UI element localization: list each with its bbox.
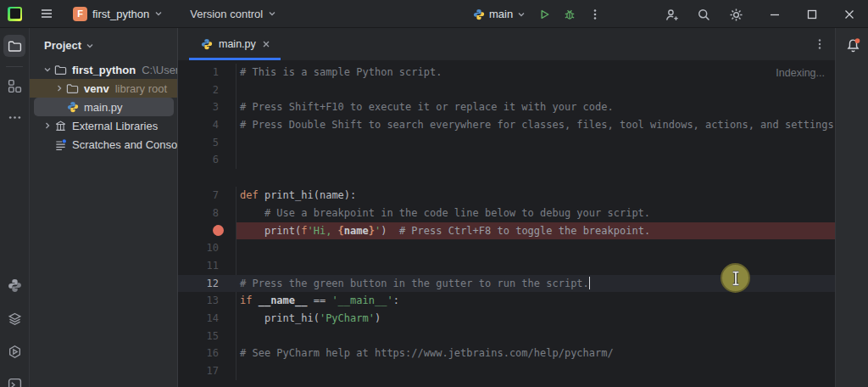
maximize-button[interactable] — [805, 8, 819, 21]
code-line-10[interactable]: 10 — [178, 239, 835, 257]
code-editor[interactable]: 1# This is a sample Python script.23# Pr… — [178, 60, 835, 387]
line-number[interactable]: 15 — [178, 328, 236, 345]
close-button[interactable] — [843, 8, 856, 21]
pycharm-app-icon — [8, 7, 22, 21]
minimize-button[interactable] — [768, 8, 782, 21]
line-number[interactable]: 2 — [178, 81, 236, 99]
token-comment: # Use a breakpoint in the code line belo… — [240, 207, 650, 219]
more-actions-icon[interactable] — [588, 8, 602, 21]
run-button[interactable] — [537, 8, 551, 21]
project-panel-header[interactable]: Project — [30, 28, 177, 60]
token-comment: # Press Shift+F10 to execute it or repla… — [240, 101, 614, 113]
code-line-6[interactable]: 6 — [178, 151, 835, 169]
chevron-down-icon — [268, 9, 276, 18]
code-text: print(f'Hi, {name}') # Press Ctrl+F8 to … — [236, 222, 835, 240]
code-line-16[interactable]: 16# See PyCharm help at https://www.jetb… — [178, 345, 835, 362]
play-hexagon-icon — [8, 345, 22, 359]
tree-row-external-libraries[interactable]: External Libraries — [30, 116, 177, 135]
run-config-selector[interactable]: main — [473, 8, 526, 20]
window-controls — [768, 8, 856, 21]
code-text: print_hi('PyCharm') — [236, 310, 835, 328]
code-line-15[interactable]: 15 — [178, 328, 835, 345]
search-icon[interactable] — [697, 8, 710, 21]
code-line-4[interactable]: 4# Press Double Shift to search everywhe… — [178, 116, 835, 134]
token-brace: { — [338, 225, 344, 237]
run-tool-button[interactable] — [3, 340, 25, 362]
project-selector[interactable]: F first_python — [70, 4, 166, 24]
tab-bar-more-icon[interactable] — [813, 28, 826, 60]
tree-row-scratches-and-consoles[interactable]: Scratches and Consoles — [30, 135, 177, 154]
code-line-13[interactable]: 13if __name__ == '__main__': — [178, 292, 835, 310]
code-line-14[interactable]: 14 print_hi('PyCharm') — [178, 310, 835, 328]
main-menu-icon[interactable] — [40, 7, 53, 20]
folder-icon — [8, 39, 22, 53]
token-plain — [252, 294, 258, 306]
code-text: # Press Shift+F10 to execute it or repla… — [236, 98, 835, 116]
more-icon — [8, 110, 22, 125]
more-tool-windows-button[interactable] — [3, 106, 25, 128]
breakpoint-dot[interactable] — [213, 225, 224, 236]
line-number[interactable]: 3 — [178, 98, 236, 116]
tree-item-label: Scratches and Consoles — [72, 138, 178, 151]
terminal-tool-button[interactable] — [3, 373, 25, 387]
code-line-12[interactable]: 12# Press the green button in the gutter… — [178, 275, 835, 293]
structure-tool-button[interactable] — [3, 75, 25, 97]
chevron-right-icon[interactable] — [41, 120, 53, 132]
line-number[interactable]: 6 — [178, 151, 236, 169]
services-tool-button[interactable] — [3, 307, 25, 329]
line-number[interactable]: 10 — [178, 239, 236, 257]
code-line-1[interactable]: 1# This is a sample Python script. — [178, 64, 835, 81]
project-tree: first_pythonC:\Users\venvlibrary rootmai… — [30, 60, 177, 154]
add-user-icon[interactable] — [665, 8, 678, 21]
line-number[interactable]: 12 — [178, 275, 236, 293]
python-packages-tool-button[interactable] — [3, 274, 25, 296]
vcs-selector[interactable]: Version control — [186, 5, 280, 23]
token-plain: == — [307, 294, 331, 306]
code-line-17[interactable]: 17 — [178, 362, 835, 380]
debug-button[interactable] — [563, 8, 576, 21]
code-text: # Use a breakpoint in the code line belo… — [236, 205, 835, 222]
tree-item-label: venv — [84, 82, 109, 95]
code-line-7[interactable]: 7def print_hi(name): — [178, 187, 835, 205]
line-number[interactable]: 13 — [178, 292, 236, 310]
code-line-3[interactable]: 3# Press Shift+F10 to execute it or repl… — [178, 98, 835, 116]
tree-row-first-python[interactable]: first_pythonC:\Users\ — [30, 60, 177, 79]
chevron-right-icon[interactable] — [53, 82, 65, 95]
layers-icon — [8, 311, 22, 326]
notifications-bell-icon[interactable] — [845, 37, 859, 51]
project-panel: Project first_pythonC:\Users\venvlibrary… — [30, 28, 178, 387]
line-number[interactable]: 14 — [178, 310, 236, 328]
line-number[interactable]: 8 — [178, 205, 236, 222]
token-brace: } — [369, 225, 375, 237]
tree-row-venv[interactable]: venvlibrary root — [30, 79, 177, 98]
line-number[interactable]: 16 — [178, 345, 236, 362]
indexing-status: Indexing... — [776, 67, 825, 79]
breakpoint-gutter[interactable] — [178, 222, 236, 240]
folder-icon — [53, 63, 68, 76]
code-line-5[interactable]: 5 — [178, 134, 835, 152]
line-number[interactable]: 1 — [178, 64, 236, 81]
tree-row-main-py[interactable]: main.py — [30, 98, 177, 116]
code-line-11[interactable]: 11 — [178, 257, 835, 275]
code-line-2[interactable]: 2 — [178, 81, 835, 99]
title-bar-right — [665, 0, 868, 28]
line-number[interactable]: 7 — [178, 187, 236, 205]
token-plain: : — [393, 294, 399, 306]
project-tool-button[interactable] — [3, 35, 25, 57]
settings-gear-icon[interactable] — [729, 8, 743, 21]
chevron-down-icon[interactable] — [41, 64, 53, 76]
tab-close-icon[interactable] — [262, 40, 270, 48]
terminal-icon — [8, 378, 22, 387]
line-number[interactable]: 5 — [178, 134, 236, 152]
token-comment2: # Press Ctrl+F8 to toggle the breakpoint… — [387, 225, 650, 237]
code-line-9[interactable]: print(f'Hi, {name}') # Press Ctrl+F8 to … — [178, 222, 835, 240]
code-text: def print_hi(name): — [236, 187, 835, 205]
tab-main-py[interactable]: main.py — [189, 28, 281, 60]
code-text — [236, 362, 835, 380]
title-bar: F first_python Version control main — [0, 0, 868, 28]
code-line-8[interactable]: 8 # Use a breakpoint in the code line be… — [178, 205, 835, 222]
line-number[interactable]: 4 — [178, 116, 236, 134]
line-number[interactable]: 11 — [178, 257, 236, 275]
line-number[interactable]: 17 — [178, 362, 236, 380]
python-icon — [473, 8, 485, 20]
